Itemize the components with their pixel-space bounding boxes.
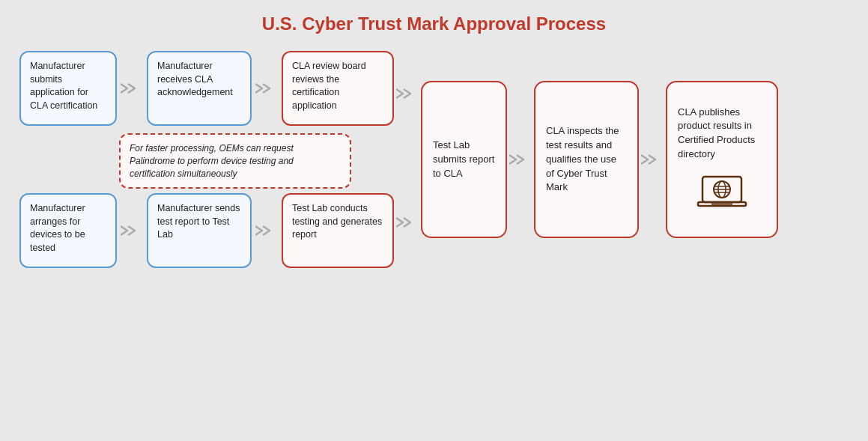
step-2-box: Manufacturer receives CLA acknowledgemen… — [147, 51, 252, 126]
page-title: U.S. Cyber Trust Mark Approval Process — [13, 13, 855, 34]
note-area: For faster processing, OEMs can request … — [19, 133, 394, 189]
mid-arrow-area — [396, 76, 419, 243]
tall-step-4-box: Test Lab submits report to CLA — [421, 81, 507, 238]
step-3-box: CLA review board reviews the certificati… — [282, 51, 394, 126]
step-3b-box: Test Lab conducts testing and generates … — [282, 193, 394, 268]
step-1-box: Manufacturer submits application for CLA… — [19, 51, 117, 126]
laptop-icon-area — [678, 175, 766, 214]
step-1b-box: Manufacturer arranges for devices to be … — [19, 193, 117, 268]
arrow-2b-3b — [254, 222, 279, 239]
arrow-1b-2b — [119, 222, 145, 239]
page: U.S. Cyber Trust Mark Approval Process M… — [0, 0, 868, 441]
top-row: Manufacturer submits application for CLA… — [19, 51, 394, 126]
laptop-icon — [696, 175, 747, 214]
bottom-row: Manufacturer arranges for devices to be … — [19, 193, 394, 268]
mid-arrow-3 — [641, 76, 664, 243]
arrow-1-2 — [119, 80, 145, 97]
step-2b-box: Manufacturer sends test report to Test L… — [147, 193, 252, 268]
main-flow: Manufacturer submits application for CLA… — [13, 51, 855, 268]
mid-arrow-2 — [509, 76, 532, 243]
tall-step-5-box: CLA inspects the test results and qualif… — [534, 81, 639, 238]
tall-step-6-box: CLA publishes product results in Certifi… — [666, 81, 778, 238]
arrow-2-3 — [254, 80, 279, 97]
note-box: For faster processing, OEMs can request … — [119, 133, 351, 189]
stacked-area: Manufacturer submits application for CLA… — [19, 51, 394, 268]
